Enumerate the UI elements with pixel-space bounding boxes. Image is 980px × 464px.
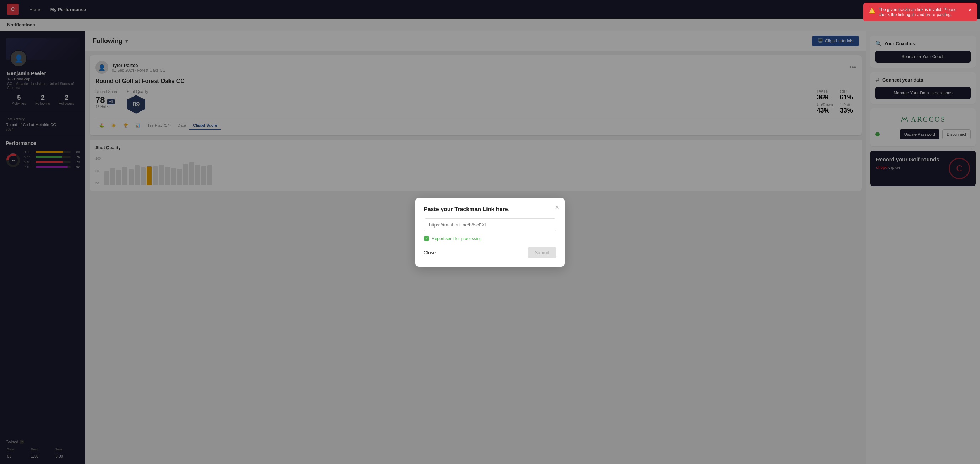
toast-message: The given trackman link is invalid. Plea… (878, 7, 965, 17)
modal-close-x-button[interactable]: × (555, 203, 559, 211)
modal-actions: Close Submit (424, 247, 556, 258)
modal-overlay[interactable]: Paste your Trackman Link here. × ✓ Repor… (0, 0, 980, 464)
success-icon: ✓ (424, 236, 430, 242)
trackman-link-input[interactable] (424, 218, 556, 232)
modal-box: Paste your Trackman Link here. × ✓ Repor… (415, 198, 565, 267)
error-toast: ⚠️ The given trackman link is invalid. P… (863, 3, 977, 21)
warning-icon: ⚠️ (869, 8, 875, 13)
modal-close-button[interactable]: Close (424, 247, 436, 258)
modal-title: Paste your Trackman Link here. (424, 206, 556, 213)
modal-submit-button[interactable]: Submit (528, 247, 556, 258)
modal-success-message: ✓ Report sent for processing (424, 236, 556, 242)
toast-close-button[interactable]: × (968, 7, 972, 14)
